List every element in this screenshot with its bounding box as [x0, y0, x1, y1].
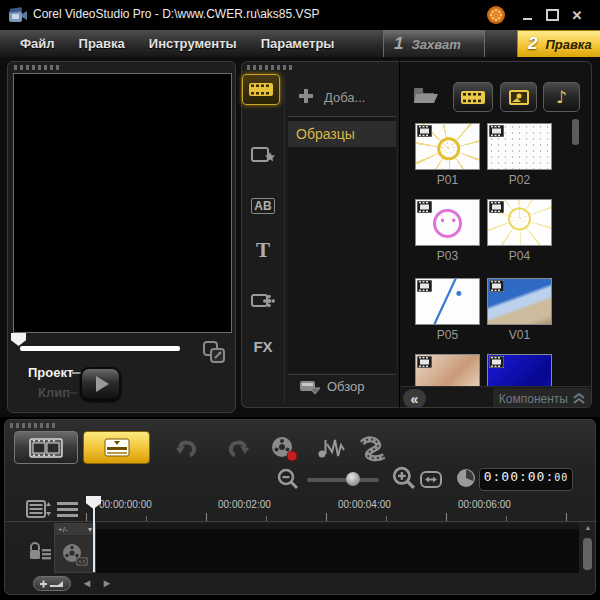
timecode-display: 0:00:00: 00 [479, 468, 573, 491]
thumbnail[interactable] [487, 199, 552, 246]
seek-slider-track[interactable] [20, 346, 180, 351]
rail-title-button[interactable]: AB [242, 198, 284, 214]
scroll-up-button[interactable]: ▲ [582, 524, 594, 534]
track-tools[interactable]: +/- ▾ [55, 524, 95, 536]
thumbnail[interactable] [415, 199, 480, 246]
tab-edit-number: 2 [528, 34, 537, 54]
gallery-item[interactable]: V01 [487, 278, 552, 342]
components-toggle[interactable]: Компоненты [493, 388, 591, 408]
timeline-scrollbar-thumb[interactable] [583, 538, 592, 570]
video-track-header[interactable]: +/- ▾ [54, 523, 96, 573]
ripple-edit-button[interactable] [357, 435, 389, 463]
clip-mode-toggle[interactable]: Клип [38, 385, 70, 400]
timeline-view-button[interactable] [83, 431, 150, 464]
gallery-item[interactable]: P05 [415, 278, 480, 342]
rail-media-button[interactable] [242, 74, 280, 105]
ruler-tick [446, 513, 447, 521]
seek-slider-thumb[interactable] [11, 333, 26, 346]
gallery-item[interactable]: P02 [487, 123, 552, 187]
timecode-frames: 00 [554, 472, 568, 483]
gallery-scrollbar-thumb[interactable] [572, 119, 579, 145]
enlarge-preview-icon[interactable] [202, 340, 226, 364]
rail-filter-button[interactable]: FX [242, 338, 284, 355]
lock-tracks-button[interactable] [27, 541, 51, 561]
rail-graphic-button[interactable] [242, 292, 284, 310]
folder-icon[interactable] [412, 85, 440, 106]
filter-video-button[interactable] [453, 82, 493, 112]
thumbnail[interactable] [415, 123, 480, 170]
gallery-item[interactable]: P01 [415, 123, 480, 187]
ruler-tick [326, 513, 327, 521]
menu-tools[interactable]: Инструменты [149, 36, 237, 51]
thumbnail[interactable] [415, 278, 480, 325]
track-caret-icon[interactable]: ▾ [88, 525, 92, 534]
add-media-button[interactable]: Доба... [324, 90, 365, 105]
thumbnail-label: V01 [487, 328, 552, 342]
clock-icon [456, 468, 476, 488]
filter-image-button[interactable] [500, 82, 537, 112]
rail-text-button[interactable]: T [242, 238, 284, 263]
timeline-zoom-slider-track[interactable] [307, 478, 379, 482]
category-samples[interactable]: Образцы [288, 121, 396, 147]
timeline-ruler[interactable]: 00:00:00:00 00:00:02:00 00:00:04:00 00:0… [83, 497, 580, 522]
ruler-label: 00:00:06:00 [458, 499, 511, 510]
gallery-item[interactable]: P04 [487, 199, 552, 263]
window-bottom-edge [0, 596, 600, 600]
record-capture-button[interactable] [268, 434, 300, 464]
play-button[interactable] [80, 367, 121, 401]
video-track-content[interactable] [96, 523, 579, 573]
scroll-right-button[interactable]: ► [99, 575, 115, 591]
undo-button[interactable] [173, 437, 199, 461]
project-duration-button[interactable] [455, 467, 476, 488]
redo-button[interactable] [226, 437, 252, 461]
components-label: Компоненты [499, 392, 568, 406]
film-badge-icon [489, 201, 504, 213]
sound-mixer-button[interactable] [314, 435, 348, 463]
fit-project-button[interactable] [419, 470, 442, 488]
panel-grip[interactable] [14, 65, 62, 70]
filter-audio-button[interactable]: ♪ [543, 82, 580, 112]
rail-transition-button[interactable] [242, 146, 284, 164]
thumbnail[interactable] [487, 278, 552, 325]
project-mode-toggle[interactable]: Проект [28, 365, 73, 380]
storyboard-view-button[interactable] [14, 431, 78, 464]
add-plus-icon [298, 88, 314, 104]
tab-edit-label: Правка [545, 37, 591, 52]
chapter-point-button[interactable] [55, 499, 79, 518]
tab-capture[interactable]: 1 Захват [383, 30, 485, 57]
gallery-item[interactable]: P03 [415, 199, 480, 263]
preview-screen [13, 73, 232, 333]
library-panel: AB T FX Доба... Об [241, 61, 399, 408]
preview-panel: Проект Клип [7, 61, 236, 413]
panel-grip[interactable] [247, 65, 295, 70]
film-badge-icon [417, 280, 432, 292]
thumbnail[interactable] [487, 123, 552, 170]
panel-grip[interactable] [10, 423, 58, 428]
add-track-icon [39, 579, 65, 589]
zoom-out-button[interactable] [276, 467, 299, 490]
browse-button[interactable]: Обзор [327, 379, 365, 394]
ruler-label: 00:00:04:00 [338, 499, 391, 510]
music-note-icon: ♪ [556, 87, 567, 107]
film-reel-record-icon [269, 435, 299, 463]
menu-bar: Файл Правка Инструменты Параметры [0, 30, 600, 58]
maximize-button[interactable] [543, 7, 561, 23]
track-add-remove-icon[interactable]: +/- [58, 525, 68, 534]
title-bar: Corel VideoStudio Pro - D:\www.CWER.ru\a… [0, 0, 600, 30]
menu-edit[interactable]: Правка [79, 36, 125, 51]
track-manager-button[interactable] [25, 499, 51, 518]
swap-track-button[interactable] [33, 576, 71, 591]
collapse-panel-button[interactable]: « [403, 389, 426, 408]
timeline-zoom-slider-thumb[interactable] [346, 472, 360, 486]
minimize-button[interactable] [518, 7, 536, 23]
scroll-left-button[interactable]: ◄ [79, 575, 95, 591]
close-button[interactable]: ✕ [568, 7, 586, 23]
menu-options[interactable]: Параметры [261, 36, 335, 51]
thumbnail-label: P01 [415, 173, 480, 187]
zoom-in-button[interactable] [391, 465, 416, 490]
title-ab-icon: AB [251, 198, 274, 214]
zoom-in-icon [392, 466, 416, 490]
audio-waveform-icon [315, 436, 347, 462]
tab-edit[interactable]: 2 Правка [517, 30, 600, 57]
menu-file[interactable]: Файл [20, 36, 55, 51]
